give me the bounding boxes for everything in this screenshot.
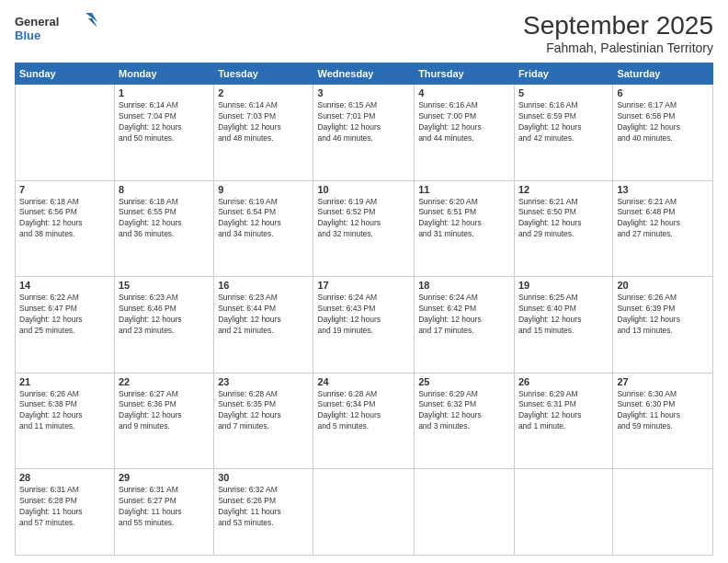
day-number: 10 <box>317 184 410 195</box>
day-number: 6 <box>617 87 709 98</box>
day-info: Sunrise: 6:29 AM Sunset: 6:32 PM Dayligh… <box>418 389 510 433</box>
calendar-cell: 29Sunrise: 6:31 AM Sunset: 6:27 PM Dayli… <box>115 469 214 556</box>
calendar-cell: 17Sunrise: 6:24 AM Sunset: 6:43 PM Dayli… <box>313 277 415 373</box>
calendar-cell: 30Sunrise: 6:32 AM Sunset: 6:26 PM Dayli… <box>214 469 313 556</box>
day-info: Sunrise: 6:15 AM Sunset: 7:01 PM Dayligh… <box>317 100 410 144</box>
calendar-cell: 8Sunrise: 6:18 AM Sunset: 6:55 PM Daylig… <box>115 180 214 277</box>
day-number: 28 <box>19 472 110 483</box>
day-info: Sunrise: 6:14 AM Sunset: 7:03 PM Dayligh… <box>218 100 309 144</box>
calendar-cell: 4Sunrise: 6:16 AM Sunset: 7:00 PM Daylig… <box>415 85 515 181</box>
day-info: Sunrise: 6:28 AM Sunset: 6:35 PM Dayligh… <box>218 389 309 433</box>
day-info: Sunrise: 6:20 AM Sunset: 6:51 PM Dayligh… <box>418 197 510 241</box>
day-number: 29 <box>119 472 210 483</box>
day-info: Sunrise: 6:24 AM Sunset: 6:43 PM Dayligh… <box>317 293 410 337</box>
day-info: Sunrise: 6:22 AM Sunset: 6:47 PM Dayligh… <box>19 293 110 337</box>
day-info: Sunrise: 6:19 AM Sunset: 6:54 PM Dayligh… <box>218 197 309 241</box>
day-info: Sunrise: 6:31 AM Sunset: 6:28 PM Dayligh… <box>19 485 110 529</box>
calendar-cell: 10Sunrise: 6:19 AM Sunset: 6:52 PM Dayli… <box>313 180 415 277</box>
header-friday: Friday <box>514 63 612 85</box>
day-info: Sunrise: 6:27 AM Sunset: 6:36 PM Dayligh… <box>119 389 210 433</box>
day-number: 16 <box>218 280 309 291</box>
calendar-cell <box>313 469 415 556</box>
day-number: 1 <box>119 87 210 98</box>
header-sunday: Sunday <box>16 63 115 85</box>
day-number: 17 <box>317 280 410 291</box>
day-info: Sunrise: 6:26 AM Sunset: 6:39 PM Dayligh… <box>617 293 709 337</box>
calendar-cell <box>16 85 115 181</box>
calendar-week-4: 21Sunrise: 6:26 AM Sunset: 6:38 PM Dayli… <box>16 373 713 469</box>
calendar-cell: 19Sunrise: 6:25 AM Sunset: 6:40 PM Dayli… <box>514 277 612 373</box>
calendar-cell <box>415 469 515 556</box>
day-number: 2 <box>218 87 309 98</box>
calendar-cell: 16Sunrise: 6:23 AM Sunset: 6:44 PM Dayli… <box>214 277 313 373</box>
day-info: Sunrise: 6:14 AM Sunset: 7:04 PM Dayligh… <box>119 100 210 144</box>
day-number: 20 <box>617 280 709 291</box>
day-number: 12 <box>518 184 609 195</box>
calendar-cell: 15Sunrise: 6:23 AM Sunset: 6:46 PM Dayli… <box>115 277 214 373</box>
calendar-week-3: 14Sunrise: 6:22 AM Sunset: 6:47 PM Dayli… <box>16 277 713 373</box>
day-number: 19 <box>518 280 609 291</box>
day-info: Sunrise: 6:18 AM Sunset: 6:56 PM Dayligh… <box>19 197 110 241</box>
day-info: Sunrise: 6:18 AM Sunset: 6:55 PM Dayligh… <box>119 197 210 241</box>
calendar-cell: 22Sunrise: 6:27 AM Sunset: 6:36 PM Dayli… <box>115 373 214 469</box>
calendar-cell: 24Sunrise: 6:28 AM Sunset: 6:34 PM Dayli… <box>313 373 415 469</box>
day-number: 22 <box>119 376 210 387</box>
header-row: Sunday Monday Tuesday Wednesday Thursday… <box>16 63 713 85</box>
calendar-cell: 1Sunrise: 6:14 AM Sunset: 7:04 PM Daylig… <box>115 85 214 181</box>
page-header: General Blue September 2025 Fahmah, Pale… <box>15 11 713 55</box>
title-block: September 2025 Fahmah, Palestinian Terri… <box>523 11 713 55</box>
day-number: 9 <box>218 184 309 195</box>
calendar-cell: 7Sunrise: 6:18 AM Sunset: 6:56 PM Daylig… <box>16 180 115 277</box>
calendar-week-5: 28Sunrise: 6:31 AM Sunset: 6:28 PM Dayli… <box>16 469 713 556</box>
calendar-cell: 9Sunrise: 6:19 AM Sunset: 6:54 PM Daylig… <box>214 180 313 277</box>
header-monday: Monday <box>115 63 214 85</box>
header-wednesday: Wednesday <box>313 63 415 85</box>
calendar-cell: 3Sunrise: 6:15 AM Sunset: 7:01 PM Daylig… <box>313 85 415 181</box>
calendar-cell: 13Sunrise: 6:21 AM Sunset: 6:48 PM Dayli… <box>613 180 713 277</box>
calendar-body: 1Sunrise: 6:14 AM Sunset: 7:04 PM Daylig… <box>16 85 713 556</box>
day-info: Sunrise: 6:25 AM Sunset: 6:40 PM Dayligh… <box>518 293 609 337</box>
day-info: Sunrise: 6:28 AM Sunset: 6:34 PM Dayligh… <box>317 389 410 433</box>
day-info: Sunrise: 6:23 AM Sunset: 6:44 PM Dayligh… <box>218 293 309 337</box>
day-number: 13 <box>617 184 709 195</box>
calendar-cell: 12Sunrise: 6:21 AM Sunset: 6:50 PM Dayli… <box>514 180 612 277</box>
day-number: 8 <box>119 184 210 195</box>
calendar-cell: 26Sunrise: 6:29 AM Sunset: 6:31 PM Dayli… <box>514 373 612 469</box>
calendar-cell: 11Sunrise: 6:20 AM Sunset: 6:51 PM Dayli… <box>415 180 515 277</box>
calendar-header: Sunday Monday Tuesday Wednesday Thursday… <box>16 63 713 85</box>
calendar-week-2: 7Sunrise: 6:18 AM Sunset: 6:56 PM Daylig… <box>16 180 713 277</box>
header-saturday: Saturday <box>613 63 713 85</box>
logo: General Blue <box>15 11 97 46</box>
day-info: Sunrise: 6:30 AM Sunset: 6:30 PM Dayligh… <box>617 389 709 433</box>
day-number: 23 <box>218 376 309 387</box>
day-info: Sunrise: 6:19 AM Sunset: 6:52 PM Dayligh… <box>317 197 410 241</box>
day-number: 3 <box>317 87 410 98</box>
calendar-cell: 2Sunrise: 6:14 AM Sunset: 7:03 PM Daylig… <box>214 85 313 181</box>
day-number: 5 <box>518 87 609 98</box>
calendar-cell <box>514 469 612 556</box>
day-number: 30 <box>218 472 309 483</box>
day-info: Sunrise: 6:21 AM Sunset: 6:50 PM Dayligh… <box>518 197 609 241</box>
day-info: Sunrise: 6:31 AM Sunset: 6:27 PM Dayligh… <box>119 485 210 529</box>
day-info: Sunrise: 6:29 AM Sunset: 6:31 PM Dayligh… <box>518 389 609 433</box>
day-number: 26 <box>518 376 609 387</box>
day-info: Sunrise: 6:26 AM Sunset: 6:38 PM Dayligh… <box>19 389 110 433</box>
svg-text:General: General <box>15 15 59 29</box>
calendar-cell: 21Sunrise: 6:26 AM Sunset: 6:38 PM Dayli… <box>16 373 115 469</box>
logo-svg: General Blue <box>15 11 97 46</box>
day-number: 21 <box>19 376 110 387</box>
calendar-cell: 28Sunrise: 6:31 AM Sunset: 6:28 PM Dayli… <box>16 469 115 556</box>
calendar-cell: 27Sunrise: 6:30 AM Sunset: 6:30 PM Dayli… <box>613 373 713 469</box>
day-number: 25 <box>418 376 510 387</box>
calendar-cell: 25Sunrise: 6:29 AM Sunset: 6:32 PM Dayli… <box>415 373 515 469</box>
day-number: 7 <box>19 184 110 195</box>
day-info: Sunrise: 6:16 AM Sunset: 6:59 PM Dayligh… <box>518 100 609 144</box>
header-thursday: Thursday <box>415 63 515 85</box>
day-info: Sunrise: 6:24 AM Sunset: 6:42 PM Dayligh… <box>418 293 510 337</box>
calendar-cell: 18Sunrise: 6:24 AM Sunset: 6:42 PM Dayli… <box>415 277 515 373</box>
day-info: Sunrise: 6:17 AM Sunset: 6:58 PM Dayligh… <box>617 100 709 144</box>
month-title: September 2025 <box>523 11 713 40</box>
calendar-cell <box>613 469 713 556</box>
day-number: 15 <box>119 280 210 291</box>
day-number: 27 <box>617 376 709 387</box>
